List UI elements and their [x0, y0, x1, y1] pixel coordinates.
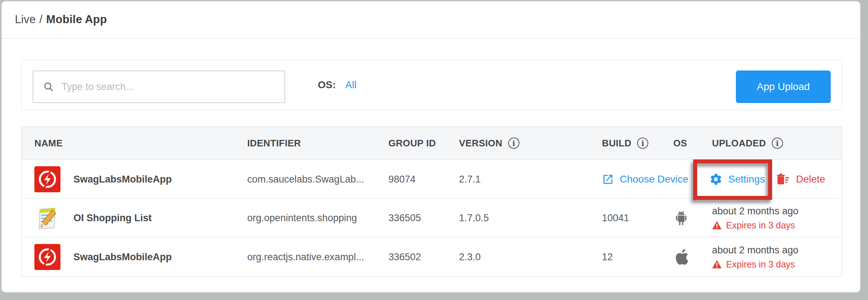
app-build: 12 — [602, 251, 613, 262]
app-build: 10041 — [602, 212, 629, 223]
search-input[interactable] — [62, 81, 275, 93]
app-version: 2.3.0 — [459, 251, 481, 262]
os-filter-value[interactable]: All — [345, 79, 357, 91]
column-header-uploaded: UPLOADED i — [712, 138, 783, 149]
warning-triangle-icon — [712, 260, 722, 269]
android-icon — [672, 209, 691, 227]
expires-warning: Expires in 3 days — [712, 220, 799, 230]
search-box[interactable] — [33, 70, 285, 103]
column-header-name: NAME — [34, 138, 63, 149]
column-header-os: OS — [673, 138, 687, 149]
app-name: SwagLabsMobileApp — [73, 251, 172, 262]
app-group-id: 336502 — [388, 251, 421, 262]
delete-link[interactable]: Delete — [776, 172, 825, 186]
column-header-build: BUILD i — [602, 138, 648, 149]
page-title: Mobile App — [46, 13, 107, 26]
app-identifier: com.saucelabs.SwagLab... — [247, 173, 364, 185]
breadcrumb: Live/Mobile App — [15, 13, 107, 26]
uploaded-cell: about 2 months ago Expires in 3 days — [712, 244, 799, 269]
app-identifier: org.openintents.shopping — [247, 212, 357, 223]
choose-device-link[interactable]: Choose Device — [602, 173, 688, 185]
expires-text: Expires in 3 days — [726, 220, 795, 230]
app-upload-button[interactable]: App Upload — [736, 70, 831, 103]
expires-warning: Expires in 3 days — [712, 259, 799, 269]
build-info-icon[interactable]: i — [637, 138, 648, 149]
apple-icon — [672, 248, 691, 266]
header-divider — [2, 38, 860, 39]
swaglabs-app-icon — [34, 166, 60, 192]
screenshot-frame: Live/Mobile App OS: All App Upload — [0, 0, 868, 300]
app-window: Live/Mobile App OS: All App Upload — [1, 1, 861, 293]
app-group-id: 336505 — [388, 212, 421, 223]
column-header-version: VERSION i — [459, 138, 519, 149]
table-row: SwagLabsMobileApp com.saucelabs.SwagLab.… — [22, 160, 842, 199]
app-identifier: org.reactjs.native.exampl... — [247, 251, 364, 262]
table-row: SwagLabsMobileApp org.reactjs.native.exa… — [22, 237, 842, 276]
swaglabs-app-icon — [34, 244, 60, 270]
settings-link[interactable]: Settings — [709, 173, 765, 186]
os-filter: OS: All — [318, 60, 357, 109]
app-name: OI Shopping List — [73, 212, 152, 223]
external-link-icon — [602, 173, 614, 185]
toolbar-card: OS: All App Upload — [21, 60, 842, 110]
expires-text: Expires in 3 days — [726, 259, 795, 269]
table-header-row: NAME IDENTIFIER GROUP ID VERSION i BUILD… — [22, 127, 842, 160]
breadcrumb-section[interactable]: Live — [15, 13, 36, 26]
app-group-id: 98074 — [388, 173, 416, 185]
app-version: 1.7.0.5 — [459, 212, 489, 223]
uploaded-time: about 2 months ago — [712, 205, 799, 217]
app-version: 2.7.1 — [459, 173, 481, 185]
oi-shopping-list-app-icon — [34, 205, 60, 231]
uploaded-time: about 2 months ago — [712, 244, 799, 256]
search-icon — [43, 81, 54, 93]
warning-triangle-icon — [712, 220, 722, 230]
trash-icon — [776, 172, 790, 186]
gear-icon — [709, 173, 722, 186]
column-header-group-id: GROUP ID — [388, 138, 436, 149]
uploaded-cell: about 2 months ago Expires in 3 days — [712, 205, 799, 230]
os-filter-label: OS: — [318, 79, 336, 91]
apps-table: NAME IDENTIFIER GROUP ID VERSION i BUILD… — [21, 126, 842, 277]
column-header-identifier: IDENTIFIER — [247, 138, 301, 149]
breadcrumb-separator: / — [36, 13, 46, 26]
uploaded-info-icon[interactable]: i — [772, 138, 783, 149]
version-info-icon[interactable]: i — [508, 138, 519, 149]
table-row: OI Shopping List org.openintents.shoppin… — [22, 199, 842, 237]
app-name: SwagLabsMobileApp — [73, 173, 172, 185]
